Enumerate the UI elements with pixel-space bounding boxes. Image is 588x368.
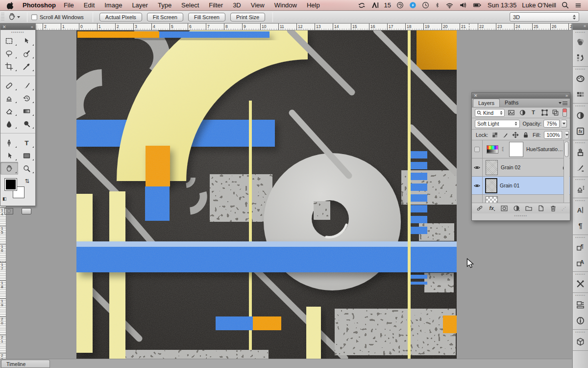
type-tool[interactable]: T [18,136,36,149]
layer-row-partial[interactable] [472,195,570,203]
battery-icon[interactable] [472,1,482,9]
eyedropper-tool[interactable] [18,60,36,73]
delete-layer-icon[interactable] [549,204,557,212]
fill-input[interactable]: 100% [544,131,562,139]
blur-tool[interactable] [0,117,18,130]
lock-all-icon[interactable] [522,131,529,138]
filter-type-layers-icon[interactable]: T [530,109,538,116]
paragraph-styles-panel-icon[interactable]: ¶ [573,239,588,255]
character-panel-icon[interactable]: A [573,202,588,218]
layer-row-grain-01[interactable]: Grain 01 [472,177,570,195]
menu-filter[interactable]: Filter [204,1,228,9]
mask-link-icon[interactable]: 🗧 [501,146,507,153]
clone-stamp-tool[interactable] [0,92,18,105]
panel-grip[interactable]: ▪▪▪▪▪▪▪ [0,30,35,34]
fit-screen-button[interactable]: Fit Screen [147,13,183,22]
filter-shape-layers-icon[interactable] [540,109,549,116]
tab-timeline[interactable]: Timeline [1,360,50,368]
hand-tool[interactable] [0,162,18,175]
layer-style-icon[interactable]: fx [488,204,496,212]
menu-type[interactable]: Type [153,1,176,9]
dock-grip[interactable]: ▪▪▪▪▪▪ [573,177,588,181]
color-panel-icon[interactable] [573,34,588,50]
zoom-tool[interactable] [18,162,36,175]
move-tool[interactable] [18,34,36,47]
menu-select[interactable]: Select [176,1,204,9]
dock-grip[interactable]: ▪▪▪▪▪▪ [573,104,588,107]
menu-help[interactable]: Help [302,1,325,9]
panel-resize-grip[interactable]: ⋰ [562,206,566,211]
eraser-tool[interactable] [0,105,18,117]
filter-adjustment-layers-icon[interactable] [518,109,527,116]
quick-selection-tool[interactable] [18,47,36,60]
sync-icon[interactable] [358,1,366,9]
menu-3d[interactable]: 3D [228,1,246,9]
layers-scrollbar[interactable] [564,140,569,203]
filter-toggle-switch[interactable] [563,108,567,117]
lock-position-icon[interactable] [512,131,519,138]
clone-source-panel-icon[interactable] [573,181,588,197]
default-colors-icon[interactable]: ◧ [2,196,7,201]
options-bar-grip[interactable] [1,13,4,22]
kuler-panel-icon[interactable] [573,86,588,102]
dock-grip[interactable]: ▪▪▪▪▪▪ [573,235,588,239]
filter-kind-select[interactable]: Kind [475,109,505,117]
menu-bar-clock[interactable]: Sun 13:35 [488,1,516,9]
adobe-app-icon[interactable] [371,1,379,9]
time-machine-icon[interactable] [422,1,429,9]
lasso-tool[interactable] [0,47,18,60]
dock-grip[interactable]: ▪▪▪▪▪▪ [573,198,588,202]
dock-grip[interactable]: ▪▪▪▪▪▪ [573,140,588,144]
tool-preset-picker[interactable] [6,12,23,22]
styles-panel-icon[interactable]: fx [573,123,588,139]
lock-image-pixels-icon[interactable] [502,131,509,138]
pen-tool[interactable] [0,136,18,149]
layer-row-hue-saturation[interactable]: 🗧 Hue/Saturatio… [472,140,570,158]
tab-paths[interactable]: Paths [500,99,523,107]
layer-name[interactable]: Grain 02 [501,164,520,170]
quick-mask-button[interactable] [4,208,13,214]
apple-menu[interactable] [7,1,14,9]
menu-window[interactable]: Window [270,1,302,9]
dock-grip[interactable]: ▪▪▪▪▪▪ [573,67,588,71]
character-styles-panel-icon[interactable]: A [573,255,588,270]
collapse-icon[interactable]: « [31,25,33,29]
gradient-tool[interactable] [18,105,36,117]
filter-pixel-layers-icon[interactable] [508,109,516,116]
info-panel-icon[interactable] [573,313,588,328]
dock-grip[interactable]: ▪▪▪▪▪▪ [573,330,588,334]
document-canvas[interactable] [76,30,457,359]
app-status-icon[interactable] [409,1,416,9]
crop-tool[interactable] [0,60,18,73]
swap-colors-icon[interactable]: ⇄ [24,179,30,183]
actual-pixels-button[interactable]: Actual Pixels [99,13,142,22]
visibility-toggle[interactable] [472,195,483,203]
menu-bar-user[interactable]: Luke O'Neill [522,1,556,9]
3d-panel-icon[interactable] [573,334,588,349]
opacity-dropdown-button[interactable] [562,120,567,128]
menu-edit[interactable]: Edit [79,1,99,9]
tab-layers[interactable]: Layers [473,99,500,107]
adjustments-panel-icon[interactable] [573,107,588,123]
bluetooth-icon[interactable] [435,1,440,9]
layer-thumbnail[interactable] [486,160,498,175]
swatches-panel-icon[interactable] [573,71,588,86]
layer-comps-panel-icon[interactable] [573,297,588,313]
workspace-switcher[interactable]: 3D [510,12,579,22]
visibility-toggle[interactable] [472,177,483,194]
dock-grip[interactable]: ▪▪▪▪▪▪ [573,30,588,34]
volume-icon[interactable] [459,1,467,9]
healing-brush-tool[interactable] [0,79,18,92]
fill-dropdown-button[interactable] [565,131,569,139]
brush-tool[interactable] [18,79,36,92]
spotlight-icon[interactable] [562,1,569,9]
rectangular-marquee-tool[interactable] [0,34,18,47]
menu-file[interactable]: File [59,1,79,9]
screen-mode-button[interactable] [22,208,31,214]
layer-mask-thumbnail[interactable] [509,142,523,157]
dodge-tool[interactable] [18,117,36,130]
scroll-all-windows-checkbox[interactable]: Scroll All Windows [31,14,84,20]
notification-center-icon[interactable] [574,2,582,9]
path-selection-tool[interactable] [0,149,18,162]
filter-smart-objects-icon[interactable] [552,109,560,116]
